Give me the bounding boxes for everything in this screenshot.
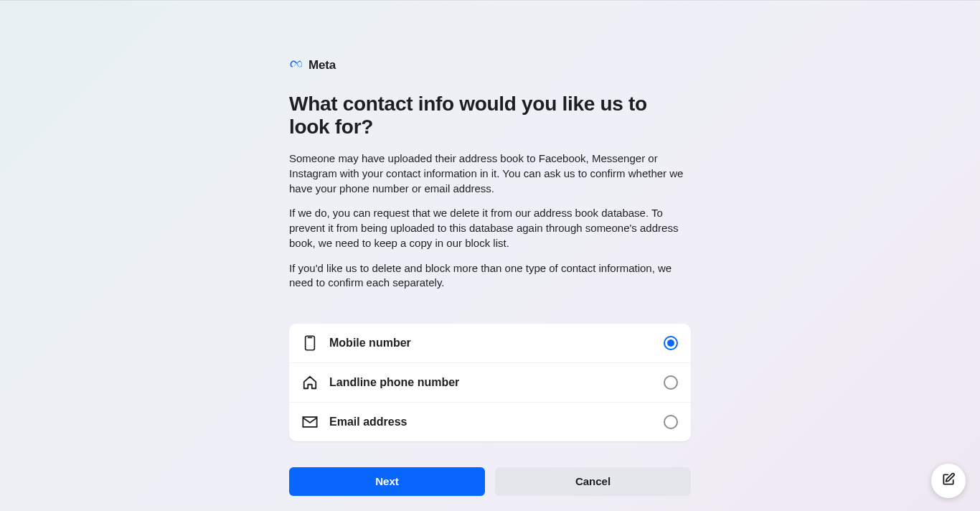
- option-label: Landline phone number: [329, 376, 664, 389]
- edit-icon: [941, 472, 956, 489]
- radio-mobile[interactable]: [664, 336, 678, 350]
- email-icon: [302, 414, 318, 430]
- main-container: Meta What contact info would you like us…: [289, 1, 691, 496]
- description-para-2: If we do, you can request that we delete…: [289, 206, 691, 250]
- option-label: Email address: [329, 416, 664, 428]
- cancel-button[interactable]: Cancel: [495, 467, 691, 496]
- radio-email[interactable]: [664, 415, 678, 429]
- option-mobile-number[interactable]: Mobile number: [289, 324, 691, 362]
- option-label: Mobile number: [329, 337, 664, 350]
- brand-name: Meta: [308, 58, 336, 72]
- description-para-1: Someone may have uploaded their address …: [289, 151, 691, 196]
- meta-infinity-icon: [289, 59, 305, 72]
- description-para-3: If you'd like us to delete and block mor…: [289, 261, 691, 291]
- home-icon: [302, 375, 318, 390]
- action-buttons: Next Cancel: [289, 467, 691, 496]
- option-email-address[interactable]: Email address: [289, 402, 691, 441]
- radio-landline[interactable]: [664, 375, 678, 390]
- brand-logo: Meta: [289, 58, 691, 72]
- page-title: What contact info would you like us to l…: [289, 93, 691, 139]
- next-button[interactable]: Next: [289, 467, 485, 496]
- mobile-icon: [302, 335, 318, 351]
- contact-type-options: Mobile number Landline phone number Emai…: [289, 324, 691, 441]
- option-landline-number[interactable]: Landline phone number: [289, 362, 691, 402]
- compose-fab[interactable]: [931, 464, 966, 498]
